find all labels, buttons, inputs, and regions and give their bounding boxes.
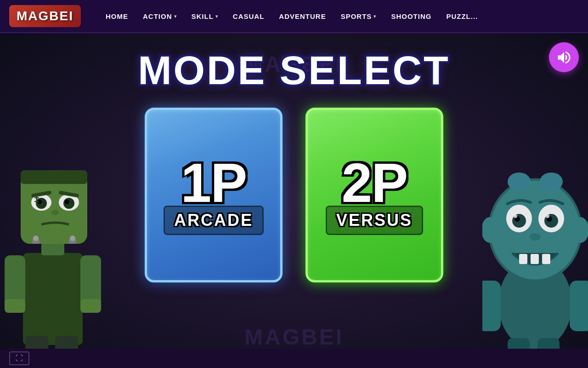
logo-text: MAGBEI [17, 9, 74, 23]
mode-select-screen: MODE SELECT 1P ARCADE 2P VERSUS [0, 33, 588, 368]
2p-label: VERSUS [326, 206, 423, 235]
nav-adventure[interactable]: ADVENTURE [272, 9, 332, 24]
mode-buttons-container: 1P ARCADE 2P VERSUS [145, 108, 443, 282]
logo-link[interactable]: MAGBEI [9, 5, 81, 27]
sports-chevron-icon: ▾ [373, 14, 376, 19]
fullscreen-button[interactable]: ⛶ [9, 351, 29, 365]
bottom-bar: ⛶ [0, 349, 588, 368]
sound-button[interactable] [549, 42, 579, 72]
navbar: MAGBEI HOME ACTION ▾ SKILL ▾ CASUAL ADVE… [0, 0, 588, 33]
nav-home[interactable]: HOME [99, 9, 135, 24]
nav-skill[interactable]: SKILL ▾ [185, 9, 225, 24]
action-chevron-icon: ▾ [174, 14, 177, 19]
fullscreen-icon: ⛶ [16, 354, 23, 362]
game-area: MAGBEI MAGBEI [0, 33, 588, 368]
nav-casual[interactable]: CASUAL [226, 9, 271, 24]
nav-puzzle[interactable]: PUZZL... [440, 9, 484, 24]
nav-shooting[interactable]: SHOOTING [384, 9, 438, 24]
2p-number: 2P [342, 155, 407, 210]
nav-menu: HOME ACTION ▾ SKILL ▾ CASUAL ADVENTURE S… [99, 9, 579, 24]
nav-sports[interactable]: SPORTS ▾ [334, 9, 383, 24]
1p-label: ARCADE [164, 206, 264, 235]
sound-icon [556, 49, 572, 66]
1p-arcade-button[interactable]: 1P ARCADE [145, 108, 283, 282]
skill-chevron-icon: ▾ [215, 14, 218, 19]
1p-number: 1P [181, 155, 247, 210]
mode-select-title: MODE SELECT [138, 47, 450, 94]
2p-versus-button[interactable]: 2P VERSUS [305, 108, 443, 282]
nav-action[interactable]: ACTION ▾ [136, 9, 183, 24]
